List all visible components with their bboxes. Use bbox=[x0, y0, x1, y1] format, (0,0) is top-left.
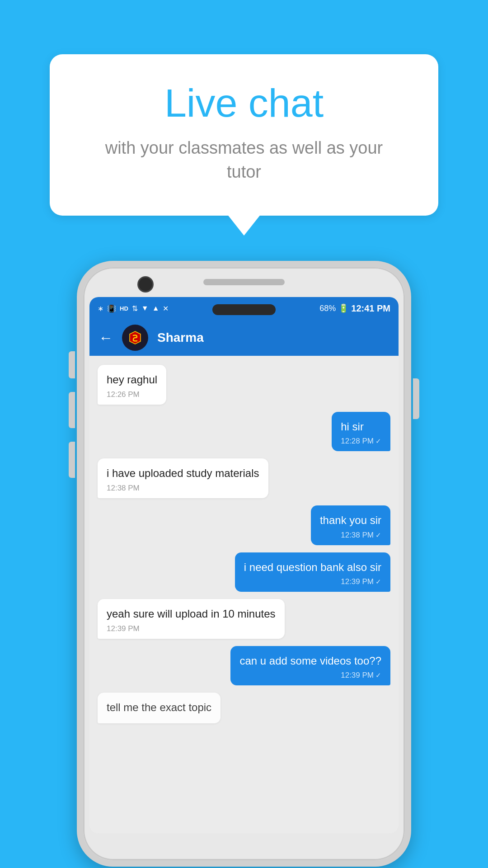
signal-x-icon: ✕ bbox=[163, 304, 169, 313]
check-icon: ✓ bbox=[375, 437, 381, 445]
battery-icon: 🔋 bbox=[338, 303, 348, 313]
volume-silent-button bbox=[69, 351, 75, 378]
message-5: i need question bank also sir 12:39 PM ✓ bbox=[235, 552, 390, 592]
msg-time: 12:39 PM ✓ bbox=[244, 577, 381, 586]
msg-text: i need question bank also sir bbox=[244, 560, 381, 575]
volume-up-button bbox=[69, 392, 75, 428]
check-icon: ✓ bbox=[375, 531, 381, 539]
msg-text: hi sir bbox=[341, 419, 381, 434]
battery-percent: 68% bbox=[319, 304, 336, 313]
avatar bbox=[122, 325, 148, 351]
chat-area[interactable]: hey raghul 12:26 PM hi sir 12:28 PM ✓ i … bbox=[89, 356, 399, 833]
back-button[interactable]: ← bbox=[99, 330, 113, 346]
status-left-icons: ∗ 📳 HD ⇅ ▼ ▲ ✕ bbox=[98, 304, 169, 313]
msg-time: 12:39 PM bbox=[107, 624, 276, 633]
message-3: i have uploaded study materials 12:38 PM bbox=[98, 458, 268, 498]
wifi-icon: ▼ bbox=[141, 304, 149, 312]
check-icon: ✓ bbox=[375, 671, 381, 679]
status-time: 12:41 PM bbox=[351, 303, 390, 314]
message-1: hey raghul 12:26 PM bbox=[98, 365, 166, 405]
message-6: yeah sure will upload in 10 minutes 12:3… bbox=[98, 599, 285, 639]
msg-time: 12:39 PM ✓ bbox=[239, 671, 381, 680]
signal-icon: ▲ bbox=[152, 304, 160, 312]
msg-text: tell me the exact topic bbox=[107, 700, 211, 715]
tooltip-subtitle: with your classmates as well as your tut… bbox=[86, 136, 402, 184]
phone-mockup: ∗ 📳 HD ⇅ ▼ ▲ ✕ 68% 🔋 12:41 PM ← bbox=[77, 261, 411, 867]
msg-text: hey raghul bbox=[107, 372, 157, 387]
msg-time: 12:38 PM ✓ bbox=[320, 531, 381, 540]
msg-time: 12:38 PM bbox=[107, 484, 259, 493]
msg-time: 12:26 PM bbox=[107, 390, 157, 399]
check-icon: ✓ bbox=[375, 578, 381, 586]
message-2: hi sir 12:28 PM ✓ bbox=[332, 412, 390, 452]
contact-name: Sharma bbox=[157, 330, 204, 345]
speaker bbox=[212, 304, 276, 315]
message-4: thank you sir 12:38 PM ✓ bbox=[311, 505, 390, 545]
top-bar bbox=[203, 279, 285, 285]
message-8: tell me the exact topic bbox=[98, 693, 221, 723]
tooltip-card: Live chat with your classmates as well a… bbox=[50, 54, 438, 216]
message-7: can u add some videos too?? 12:39 PM ✓ bbox=[230, 646, 390, 686]
data-icon: ⇅ bbox=[132, 304, 138, 313]
vibrate-icon: 📳 bbox=[107, 304, 116, 313]
msg-text: thank you sir bbox=[320, 513, 381, 528]
bluetooth-icon: ∗ bbox=[98, 304, 103, 313]
status-right: 68% 🔋 12:41 PM bbox=[319, 303, 390, 314]
power-button bbox=[413, 378, 419, 419]
msg-text: i have uploaded study materials bbox=[107, 466, 259, 481]
msg-text: can u add some videos too?? bbox=[239, 653, 381, 669]
phone-screen: ∗ 📳 HD ⇅ ▼ ▲ ✕ 68% 🔋 12:41 PM ← bbox=[89, 297, 399, 833]
volume-down-button bbox=[69, 442, 75, 478]
hd-icon: HD bbox=[120, 305, 128, 312]
msg-text: yeah sure will upload in 10 minutes bbox=[107, 606, 276, 622]
camera bbox=[137, 276, 154, 292]
phone-body: ∗ 📳 HD ⇅ ▼ ▲ ✕ 68% 🔋 12:41 PM ← bbox=[77, 261, 411, 867]
msg-time: 12:28 PM ✓ bbox=[341, 437, 381, 446]
tooltip-title: Live chat bbox=[86, 81, 402, 125]
app-toolbar: ← Sharma bbox=[89, 320, 399, 356]
